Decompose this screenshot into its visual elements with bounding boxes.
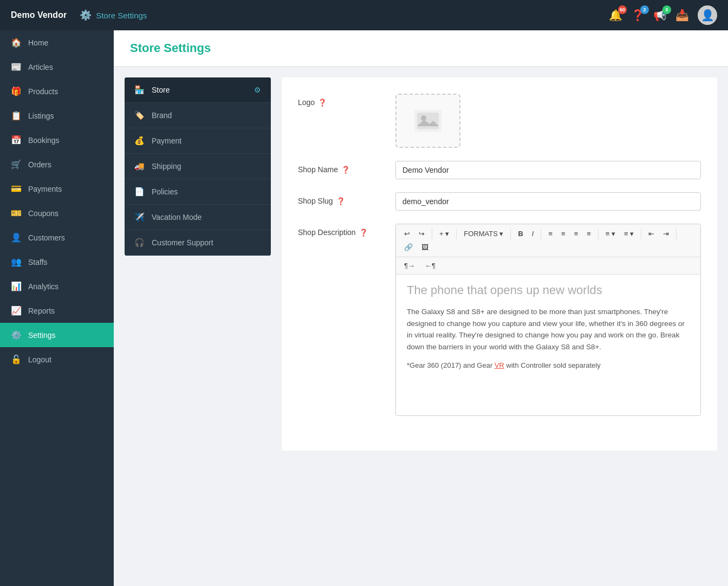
vr-link: VR [495, 361, 504, 369]
shop-name-input[interactable] [395, 161, 701, 179]
shop-slug-input[interactable] [395, 192, 701, 211]
sidebar-item-label: Home [28, 38, 48, 47]
messages-button[interactable]: 📥 [675, 9, 689, 22]
page-header: Store Settings [114, 30, 728, 67]
italic-button[interactable]: I [528, 227, 538, 240]
svg-rect-1 [417, 113, 439, 129]
sidebar-item-home[interactable]: 🏠 Home [0, 30, 114, 55]
editor-body[interactable]: The phone that opens up new worlds The G… [396, 275, 700, 415]
shop-description-field: ↩ ↪ + ▾ FORMATS ▾ B I ≡ [395, 224, 701, 416]
settings-nav-customer-support[interactable]: 🎧 Customer Support [125, 230, 271, 256]
sidebar-item-label: Orders [28, 160, 51, 169]
sidebar-item-label: Listings [28, 112, 54, 120]
customers-icon: 👤 [11, 232, 22, 243]
indent-button[interactable]: ⇥ [659, 227, 673, 240]
sidebar-item-staffs[interactable]: 👥 Staffs [0, 250, 114, 274]
sidebar-item-listings[interactable]: 📋 Listings [0, 103, 114, 128]
shop-name-help-icon[interactable]: ❓ [341, 166, 350, 174]
rtl-button[interactable]: ←¶ [421, 259, 439, 272]
payment-nav-icon: 💰 [134, 136, 145, 146]
bold-button[interactable]: B [514, 227, 526, 240]
main-content: Store Settings 🏪 Store ⚙ 🏷️ Brand 💰 Paym… [114, 30, 728, 586]
notifications-badge: 60 [618, 5, 627, 14]
outdent-button[interactable]: ⇤ [645, 227, 658, 240]
logo-placeholder[interactable] [395, 94, 460, 148]
ordered-list-button[interactable]: ≡ ▾ [620, 227, 638, 240]
logo-field [395, 94, 701, 148]
analytics-icon: 📊 [11, 281, 22, 291]
logo-form-group: Logo ❓ [298, 94, 701, 148]
products-icon: 🎁 [11, 86, 22, 96]
sidebar-item-label: Settings [28, 331, 56, 340]
bookings-icon: 📅 [11, 135, 22, 145]
settings-nav-label: Policies [152, 187, 261, 196]
settings-nav-payment[interactable]: 💰 Payment [125, 128, 271, 154]
help-button[interactable]: ❓ 2 [631, 9, 645, 22]
sidebar-item-orders[interactable]: 🛒 Orders [0, 152, 114, 177]
editor-toolbar-row1: ↩ ↪ + ▾ FORMATS ▾ B I ≡ [396, 224, 700, 257]
shop-name-field [395, 161, 701, 179]
undo-button[interactable]: ↩ [400, 227, 414, 240]
shop-description-help-icon[interactable]: ❓ [359, 229, 368, 237]
sidebar-item-analytics[interactable]: 📊 Analytics [0, 274, 114, 298]
toolbar-separator [456, 229, 457, 239]
settings-nav-policies[interactable]: 📄 Policies [125, 179, 271, 205]
unordered-list-button[interactable]: ≡ ▾ [602, 227, 619, 240]
sidebar-item-bookings[interactable]: 📅 Bookings [0, 128, 114, 152]
ltr-button[interactable]: ¶→ [400, 259, 419, 272]
sidebar-item-settings[interactable]: ⚙️ Settings [0, 323, 114, 347]
store-nav-icon: 🏪 [134, 85, 145, 95]
sidebar-item-payments[interactable]: 💳 Payments [0, 177, 114, 201]
sidebar-item-reports[interactable]: 📈 Reports [0, 298, 114, 323]
sidebar-item-label: Logout [28, 355, 51, 364]
settings-nav-store[interactable]: 🏪 Store ⚙ [125, 77, 271, 103]
settings-nav-shipping[interactable]: 🚚 Shipping [125, 154, 271, 179]
help-badge: 2 [640, 5, 649, 14]
formats-button[interactable]: FORMATS ▾ [460, 227, 507, 240]
shop-slug-help-icon[interactable]: ❓ [336, 197, 345, 205]
settings-nav-label: Vacation Mode [152, 213, 261, 222]
settings-nav-vacation-mode[interactable]: ✈️ Vacation Mode [125, 205, 271, 230]
logout-icon: 🔓 [11, 354, 22, 364]
toolbar-separator [432, 229, 432, 239]
shop-slug-form-group: Shop Slug ❓ [298, 192, 701, 211]
settings-nav-brand[interactable]: 🏷️ Brand [125, 103, 271, 128]
link-button[interactable]: 🔗 [400, 241, 417, 253]
insert-button[interactable]: + ▾ [435, 227, 453, 240]
top-nav: Demo Vendor ⚙️ Store Settings 🔔 60 ❓ 2 📢… [0, 0, 728, 30]
shop-name-form-group: Shop Name ❓ [298, 161, 701, 179]
listings-icon: 📋 [11, 110, 22, 121]
description-heading: The phone that opens up new worlds [407, 283, 690, 297]
toolbar-separator [598, 229, 599, 239]
description-body: The Galaxy S8 and S8+ are designed to be… [407, 306, 690, 353]
toolbar-separator [510, 229, 511, 239]
top-nav-right: 🔔 60 ❓ 2 📢 0 📥 👤 [609, 5, 717, 25]
main-layout: 🏠 Home 📰 Articles 🎁 Products 📋 Listings … [0, 30, 728, 586]
align-left-button[interactable]: ≡ [544, 227, 556, 240]
sidebar-item-logout[interactable]: 🔓 Logout [0, 347, 114, 372]
sidebar-item-products[interactable]: 🎁 Products [0, 79, 114, 103]
page-title-area: ⚙️ Store Settings [80, 9, 609, 21]
sidebar-item-label: Reports [28, 307, 55, 315]
announcements-button[interactable]: 📢 0 [653, 9, 667, 22]
policies-nav-icon: 📄 [134, 187, 145, 197]
notifications-button[interactable]: 🔔 60 [609, 9, 622, 22]
image-button[interactable]: 🖼 [418, 241, 432, 253]
sidebar-item-articles[interactable]: 📰 Articles [0, 55, 114, 79]
redo-button[interactable]: ↪ [415, 227, 428, 240]
logo-help-icon[interactable]: ❓ [318, 99, 327, 107]
shop-slug-field [395, 192, 701, 211]
user-avatar[interactable]: 👤 [698, 5, 717, 25]
settings-nav-label: Customer Support [152, 238, 261, 247]
justify-button[interactable]: ≡ [583, 227, 595, 240]
sidebar-item-coupons[interactable]: 🎫 Coupons [0, 201, 114, 225]
sidebar-item-label: Analytics [28, 282, 58, 291]
sidebar-item-customers[interactable]: 👤 Customers [0, 225, 114, 250]
toolbar-separator [541, 229, 541, 239]
sidebar-item-label: Staffs [28, 258, 48, 266]
sidebar-item-label: Bookings [28, 136, 60, 145]
align-center-button[interactable]: ≡ [557, 227, 569, 240]
align-right-button[interactable]: ≡ [570, 227, 582, 240]
settings-layout: 🏪 Store ⚙ 🏷️ Brand 💰 Payment 🚚 Shipping [114, 67, 728, 461]
sidebar-item-label: Articles [28, 63, 53, 71]
